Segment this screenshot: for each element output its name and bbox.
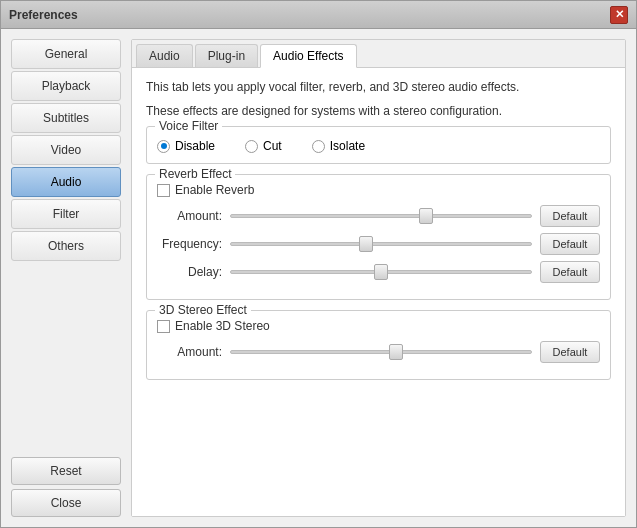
tab-plugin[interactable]: Plug-in: [195, 44, 258, 67]
radio-cut-label: Cut: [263, 139, 282, 153]
radio-isolate-label: Isolate: [330, 139, 365, 153]
radio-isolate[interactable]: Isolate: [312, 139, 365, 153]
radio-disable[interactable]: Disable: [157, 139, 215, 153]
stereo-amount-default-btn[interactable]: Default: [540, 341, 600, 363]
sidebar-item-playback[interactable]: Playback: [11, 71, 121, 101]
reverb-effect-title: Reverb Effect: [155, 167, 235, 181]
reverb-delay-thumb[interactable]: [374, 264, 388, 280]
main-content: General Playback Subtitles Video Audio F…: [1, 29, 636, 527]
window-title: Preferences: [9, 8, 78, 22]
tab-audio[interactable]: Audio: [136, 44, 193, 67]
reverb-frequency-label: Frequency:: [157, 237, 222, 251]
reverb-amount-label: Amount:: [157, 209, 222, 223]
stereo-amount-label: Amount:: [157, 345, 222, 359]
stereo-effect-title: 3D Stereo Effect: [155, 303, 251, 317]
voice-filter-section: Voice Filter Disable Cut Isolate: [146, 126, 611, 164]
tab-content-audio-effects: This tab lets you apply vocal filter, re…: [132, 68, 625, 516]
sidebar: General Playback Subtitles Video Audio F…: [11, 39, 121, 517]
stereo-amount-thumb[interactable]: [389, 344, 403, 360]
sidebar-bottom-buttons: Reset Close: [11, 457, 121, 517]
voice-filter-radio-group: Disable Cut Isolate: [157, 135, 600, 153]
main-panel: Audio Plug-in Audio Effects This tab let…: [131, 39, 626, 517]
reset-button[interactable]: Reset: [11, 457, 121, 485]
voice-filter-title: Voice Filter: [155, 119, 222, 133]
reverb-amount-thumb[interactable]: [419, 208, 433, 224]
sidebar-item-others[interactable]: Others: [11, 231, 121, 261]
sidebar-item-general[interactable]: General: [11, 39, 121, 69]
stereo-effect-section: 3D Stereo Effect Enable 3D Stereo Amount…: [146, 310, 611, 380]
reverb-amount-row: Amount: Default: [157, 205, 600, 227]
tabs-bar: Audio Plug-in Audio Effects: [132, 40, 625, 68]
radio-disable-circle: [157, 140, 170, 153]
window-close-button[interactable]: ✕: [610, 6, 628, 24]
enable-reverb-label: Enable Reverb: [175, 183, 254, 197]
reverb-delay-track[interactable]: [230, 270, 532, 274]
reverb-frequency-thumb[interactable]: [359, 236, 373, 252]
stereo-amount-track[interactable]: [230, 350, 532, 354]
reverb-frequency-track[interactable]: [230, 242, 532, 246]
sidebar-item-video[interactable]: Video: [11, 135, 121, 165]
description-line1: This tab lets you apply vocal filter, re…: [146, 78, 611, 96]
reverb-delay-default-btn[interactable]: Default: [540, 261, 600, 283]
radio-cut-circle: [245, 140, 258, 153]
close-button[interactable]: Close: [11, 489, 121, 517]
radio-isolate-circle: [312, 140, 325, 153]
sidebar-item-audio[interactable]: Audio: [11, 167, 121, 197]
enable-reverb-row: Enable Reverb: [157, 183, 600, 197]
description-line2: These effects are designed for systems w…: [146, 102, 611, 120]
tab-audio-effects[interactable]: Audio Effects: [260, 44, 357, 68]
enable-stereo-checkbox[interactable]: [157, 320, 170, 333]
enable-reverb-checkbox[interactable]: [157, 184, 170, 197]
radio-disable-label: Disable: [175, 139, 215, 153]
radio-cut[interactable]: Cut: [245, 139, 282, 153]
reverb-frequency-default-btn[interactable]: Default: [540, 233, 600, 255]
title-bar: Preferences ✕: [1, 1, 636, 29]
reverb-delay-label: Delay:: [157, 265, 222, 279]
enable-stereo-row: Enable 3D Stereo: [157, 319, 600, 333]
enable-stereo-label: Enable 3D Stereo: [175, 319, 270, 333]
sidebar-item-filter[interactable]: Filter: [11, 199, 121, 229]
reverb-delay-row: Delay: Default: [157, 261, 600, 283]
reverb-amount-default-btn[interactable]: Default: [540, 205, 600, 227]
reverb-frequency-row: Frequency: Default: [157, 233, 600, 255]
reverb-amount-track[interactable]: [230, 214, 532, 218]
stereo-amount-row: Amount: Default: [157, 341, 600, 363]
reverb-effect-section: Reverb Effect Enable Reverb Amount: Defa…: [146, 174, 611, 300]
sidebar-item-subtitles[interactable]: Subtitles: [11, 103, 121, 133]
preferences-window: Preferences ✕ General Playback Subtitles…: [0, 0, 637, 528]
